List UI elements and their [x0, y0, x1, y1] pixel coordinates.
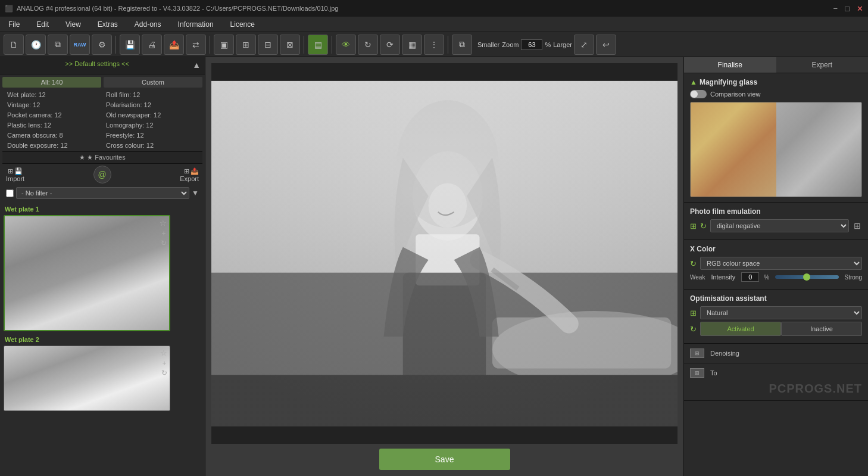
preset-category-1: Wet plate 1 ☆ + ↻	[4, 206, 201, 331]
menu-extras[interactable]: Extras	[89, 18, 126, 31]
preset-2-refresh[interactable]: ↻	[161, 369, 167, 377]
tone-label: To	[710, 369, 717, 377]
import-export-bar: ⊞ 💾 Import @ ⊞ 📤 Export	[2, 164, 202, 185]
filter-all-button[interactable]: All: 140	[2, 77, 101, 88]
x-color-dropdown[interactable]: RGB colour space	[700, 257, 862, 270]
window-controls: − □ ✕	[833, 4, 863, 13]
preset-1-star[interactable]: ☆	[160, 219, 167, 228]
preset-1-add[interactable]: +	[161, 229, 167, 238]
duplicate-button[interactable]: ⧉	[48, 35, 68, 55]
menu-edit[interactable]: Edit	[28, 18, 57, 31]
denoising-section: ⊞ Denoising	[684, 344, 868, 363]
comparison-toggle-switch[interactable]	[690, 90, 707, 98]
filter-wetplate[interactable]: Wet plate: 12	[5, 90, 101, 99]
view2-button[interactable]: ⊞	[236, 35, 256, 55]
split-button[interactable]: ⋮	[424, 35, 444, 55]
toolbar-separator-1	[115, 36, 116, 54]
crop-button[interactable]: ⧉	[452, 35, 472, 55]
zoom-input[interactable]	[521, 39, 542, 50]
maximize-button[interactable]: □	[845, 4, 850, 13]
inactive-button[interactable]: Inactive	[781, 322, 862, 336]
export-grid-icon: ⊞	[184, 167, 189, 175]
raw-button[interactable]: RAW	[70, 35, 90, 55]
filter-polarisation[interactable]: Polarisation: 12	[104, 100, 200, 110]
preset-2-add[interactable]: +	[161, 359, 167, 368]
film-dropdown[interactable]: digital negative	[710, 219, 849, 232]
filter-checkbox[interactable]	[6, 189, 14, 197]
settings-button[interactable]: ⚙	[92, 35, 112, 55]
x-color-label: X Color	[690, 245, 716, 253]
titlebar: ⬛ ANALOG #4 professional (64 bit) - Regi…	[0, 0, 868, 17]
menu-file[interactable]: File	[0, 18, 28, 31]
film-grid-icon: ⊞	[690, 222, 697, 231]
preset-1-refresh[interactable]: ↻	[161, 239, 167, 247]
view3-button[interactable]: ⊟	[258, 35, 278, 55]
magnifying-glass-title: ▲ Magnifying glass	[690, 78, 862, 86]
import-button[interactable]: ⊞ 💾 Import	[6, 167, 24, 182]
transfer-button[interactable]: ⇄	[186, 35, 206, 55]
magnify-right-panel	[776, 102, 862, 197]
menu-licence[interactable]: Licence	[222, 18, 263, 31]
magnifying-glass-section: ▲ Magnifying glass Comparison view	[684, 73, 868, 203]
filter-dropdown[interactable]: - No filter -	[16, 187, 189, 199]
weak-label: Weak	[690, 274, 705, 281]
filter-custom-button[interactable]: Custom	[104, 77, 202, 88]
section-arrow-icon: ▲	[690, 78, 697, 86]
history-button[interactable]: 🕐	[26, 35, 46, 55]
activated-button[interactable]: Activated	[700, 322, 781, 336]
preset-2-image	[4, 346, 170, 410]
intensity-label-text: Intensity	[711, 273, 735, 281]
optimisation-dropdown[interactable]: Natural	[700, 306, 862, 319]
filter-dropdown-arrow[interactable]: ▼	[192, 189, 199, 197]
menu-information[interactable]: Information	[170, 18, 222, 31]
collapse-settings-button[interactable]: ▲	[191, 59, 202, 71]
zoom-fit-button[interactable]: ⤢	[574, 35, 594, 55]
minimize-button[interactable]: −	[833, 4, 838, 13]
print-button[interactable]: 🖨	[142, 35, 162, 55]
film-settings-button[interactable]: ⊞	[853, 220, 862, 232]
favourites-bar[interactable]: ★ ★ Favourites	[2, 151, 202, 164]
preset-2-thumb[interactable]: ☆ + ↻	[4, 346, 170, 411]
filter-doubleexposure[interactable]: Double exposure: 12	[5, 141, 101, 150]
save-button[interactable]: 💾	[120, 35, 140, 55]
view1-button[interactable]: ▣	[214, 35, 234, 55]
filter-rollfilm[interactable]: Roll film: 12	[104, 90, 200, 99]
menu-addons[interactable]: Add-ons	[126, 18, 170, 31]
export-button[interactable]: ⊞ 📤 Export	[180, 167, 199, 182]
filter-freestyle[interactable]: Freestyle: 12	[104, 130, 200, 140]
filter-lomography[interactable]: Lomography: 12	[104, 120, 200, 130]
tone-icon: ⊞	[690, 368, 704, 378]
x-color-refresh-icon[interactable]: ↻	[690, 259, 697, 268]
refresh-button[interactable]: ↻	[358, 35, 378, 55]
activated-refresh-icon[interactable]: ↻	[690, 325, 697, 334]
rotate-button[interactable]: ⟳	[380, 35, 400, 55]
view4-button[interactable]: ⊠	[280, 35, 300, 55]
filter-crosscolour[interactable]: Cross colour: 12	[104, 141, 200, 150]
filter-cameraobscura[interactable]: Camera obscura: 8	[5, 130, 101, 140]
close-button[interactable]: ✕	[857, 4, 863, 13]
tab-finalise[interactable]: Finalise	[684, 57, 776, 73]
save-button[interactable]: Save	[379, 449, 510, 470]
histogram-button[interactable]: ▦	[402, 35, 422, 55]
magnifying-glass-label: Magnifying glass	[700, 78, 757, 86]
undo-button[interactable]: ↩	[596, 35, 616, 55]
new-file-button[interactable]: 🗋	[4, 35, 24, 55]
menu-view[interactable]: View	[57, 18, 89, 31]
intensity-slider[interactable]	[775, 275, 838, 279]
intensity-input[interactable]	[741, 272, 759, 282]
preset-2-star[interactable]: ☆	[160, 349, 167, 357]
filter-vintage[interactable]: Vintage: 12	[5, 100, 101, 110]
export-button[interactable]: 📤	[164, 35, 184, 55]
film-row: ⊞ ↻ digital negative ⊞	[690, 219, 862, 232]
optimisation-label: Optimisation assistant	[690, 294, 767, 303]
export-icon-row: ⊞ 📤	[184, 167, 199, 175]
filter-plasticlens[interactable]: Plastic lens: 12	[5, 120, 101, 130]
preset-1-thumb[interactable]: ☆ + ↻	[4, 215, 170, 331]
view-toggle-button[interactable]: ▤	[308, 35, 328, 55]
eye-button[interactable]: 👁	[336, 35, 356, 55]
filter-pocketcamera[interactable]: Pocket camera: 12	[5, 110, 101, 120]
at-button[interactable]: @	[93, 166, 111, 183]
film-refresh-icon[interactable]: ↻	[700, 222, 707, 231]
filter-oldnewspaper[interactable]: Old newspaper: 12	[104, 110, 200, 120]
tab-expert[interactable]: Expert	[776, 57, 869, 73]
